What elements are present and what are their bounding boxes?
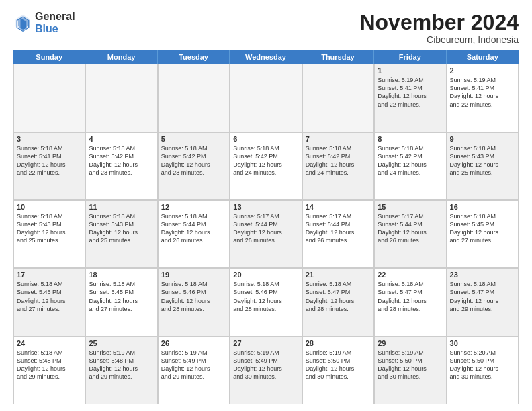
cell-info: Sunrise: 5:17 AM Sunset: 5:44 PM Dayligh…: [233, 212, 298, 245]
cal-cell: 21Sunrise: 5:18 AM Sunset: 5:47 PM Dayli…: [302, 268, 374, 336]
cell-info: Sunrise: 5:18 AM Sunset: 5:47 PM Dayligh…: [378, 280, 443, 313]
cell-info: Sunrise: 5:19 AM Sunset: 5:41 PM Dayligh…: [378, 76, 443, 109]
weekday-friday: Friday: [374, 50, 446, 64]
day-number: 27: [233, 339, 298, 347]
cal-cell: 10Sunrise: 5:18 AM Sunset: 5:43 PM Dayli…: [13, 200, 85, 268]
cal-cell: 12Sunrise: 5:18 AM Sunset: 5:44 PM Dayli…: [158, 200, 230, 268]
cal-cell: 30Sunrise: 5:20 AM Sunset: 5:50 PM Dayli…: [447, 336, 519, 404]
weekday-saturday: Saturday: [447, 50, 519, 64]
day-number: 29: [378, 339, 443, 347]
cell-info: Sunrise: 5:19 AM Sunset: 5:41 PM Dayligh…: [450, 76, 515, 109]
cal-cell: 24Sunrise: 5:18 AM Sunset: 5:48 PM Dayli…: [13, 336, 85, 404]
day-number: 24: [17, 339, 82, 347]
cal-cell: 19Sunrise: 5:18 AM Sunset: 5:46 PM Dayli…: [158, 268, 230, 336]
cal-cell: 11Sunrise: 5:18 AM Sunset: 5:43 PM Dayli…: [85, 200, 157, 268]
cal-cell: 15Sunrise: 5:17 AM Sunset: 5:44 PM Dayli…: [374, 200, 446, 268]
cal-cell: 25Sunrise: 5:19 AM Sunset: 5:48 PM Dayli…: [85, 336, 157, 404]
calendar-body: 1Sunrise: 5:19 AM Sunset: 5:41 PM Daylig…: [13, 64, 519, 404]
day-number: 12: [161, 203, 226, 211]
day-number: 10: [17, 203, 82, 211]
cal-cell: [13, 64, 85, 132]
page: General Blue November 2024 Cibeureum, In…: [0, 0, 532, 411]
cell-info: Sunrise: 5:18 AM Sunset: 5:45 PM Dayligh…: [89, 280, 154, 313]
weekday-thursday: Thursday: [302, 50, 374, 64]
title-block: November 2024 Cibeureum, Indonesia: [359, 11, 519, 45]
location: Cibeureum, Indonesia: [359, 34, 519, 45]
cal-cell: 14Sunrise: 5:17 AM Sunset: 5:44 PM Dayli…: [302, 200, 374, 268]
day-number: 25: [89, 339, 154, 347]
day-number: 28: [306, 339, 371, 347]
day-number: 16: [450, 203, 515, 211]
month-title: November 2024: [359, 11, 519, 34]
logo-blue-text: Blue: [35, 23, 75, 35]
day-number: 5: [161, 135, 226, 143]
cal-cell: [158, 64, 230, 132]
cell-info: Sunrise: 5:18 AM Sunset: 5:46 PM Dayligh…: [161, 280, 226, 313]
cal-cell: 4Sunrise: 5:18 AM Sunset: 5:42 PM Daylig…: [85, 132, 157, 200]
day-number: 11: [89, 203, 154, 211]
cal-cell: 17Sunrise: 5:18 AM Sunset: 5:45 PM Dayli…: [13, 268, 85, 336]
weekday-tuesday: Tuesday: [158, 50, 230, 64]
logo-general-text: General: [35, 11, 75, 23]
cal-cell: 5Sunrise: 5:18 AM Sunset: 5:42 PM Daylig…: [158, 132, 230, 200]
cell-info: Sunrise: 5:18 AM Sunset: 5:42 PM Dayligh…: [89, 144, 154, 177]
day-number: 17: [17, 271, 82, 279]
cal-cell: 18Sunrise: 5:18 AM Sunset: 5:45 PM Dayli…: [85, 268, 157, 336]
day-number: 8: [378, 135, 443, 143]
day-number: 2: [450, 66, 515, 75]
cal-cell: 7Sunrise: 5:18 AM Sunset: 5:42 PM Daylig…: [302, 132, 374, 200]
cell-info: Sunrise: 5:18 AM Sunset: 5:45 PM Dayligh…: [450, 212, 515, 245]
cal-cell: 26Sunrise: 5:19 AM Sunset: 5:49 PM Dayli…: [158, 336, 230, 404]
day-number: 26: [161, 339, 226, 347]
day-number: 9: [450, 135, 515, 143]
logo-text: General Blue: [35, 11, 75, 34]
weekday-wednesday: Wednesday: [230, 50, 302, 64]
cal-cell: 27Sunrise: 5:19 AM Sunset: 5:49 PM Dayli…: [230, 336, 302, 404]
cell-info: Sunrise: 5:18 AM Sunset: 5:43 PM Dayligh…: [17, 212, 82, 245]
cal-cell: 28Sunrise: 5:19 AM Sunset: 5:50 PM Dayli…: [302, 336, 374, 404]
day-number: 3: [17, 135, 82, 143]
cell-info: Sunrise: 5:18 AM Sunset: 5:43 PM Dayligh…: [89, 212, 154, 245]
day-number: 14: [306, 203, 371, 211]
cal-cell: 16Sunrise: 5:18 AM Sunset: 5:45 PM Dayli…: [447, 200, 519, 268]
cal-cell: [230, 64, 302, 132]
cell-info: Sunrise: 5:19 AM Sunset: 5:49 PM Dayligh…: [161, 349, 226, 381]
cell-info: Sunrise: 5:18 AM Sunset: 5:43 PM Dayligh…: [450, 144, 515, 177]
cal-cell: 8Sunrise: 5:18 AM Sunset: 5:42 PM Daylig…: [374, 132, 446, 200]
cell-info: Sunrise: 5:18 AM Sunset: 5:46 PM Dayligh…: [233, 280, 298, 313]
day-number: 13: [233, 203, 298, 211]
cell-info: Sunrise: 5:19 AM Sunset: 5:50 PM Dayligh…: [378, 349, 443, 381]
cell-info: Sunrise: 5:18 AM Sunset: 5:44 PM Dayligh…: [161, 212, 226, 245]
cell-info: Sunrise: 5:18 AM Sunset: 5:45 PM Dayligh…: [17, 280, 82, 313]
cell-info: Sunrise: 5:18 AM Sunset: 5:42 PM Dayligh…: [161, 144, 226, 177]
cal-cell: 13Sunrise: 5:17 AM Sunset: 5:44 PM Dayli…: [230, 200, 302, 268]
cal-cell: 20Sunrise: 5:18 AM Sunset: 5:46 PM Dayli…: [230, 268, 302, 336]
cell-info: Sunrise: 5:17 AM Sunset: 5:44 PM Dayligh…: [378, 212, 443, 245]
day-number: 20: [233, 271, 298, 279]
cell-info: Sunrise: 5:19 AM Sunset: 5:48 PM Dayligh…: [89, 349, 154, 381]
cal-cell: 22Sunrise: 5:18 AM Sunset: 5:47 PM Dayli…: [374, 268, 446, 336]
day-number: 23: [450, 271, 515, 279]
cell-info: Sunrise: 5:18 AM Sunset: 5:47 PM Dayligh…: [306, 280, 371, 313]
cal-cell: 23Sunrise: 5:18 AM Sunset: 5:47 PM Dayli…: [447, 268, 519, 336]
day-number: 15: [378, 203, 443, 211]
weekday-sunday: Sunday: [13, 50, 85, 64]
cal-cell: 2Sunrise: 5:19 AM Sunset: 5:41 PM Daylig…: [447, 64, 519, 132]
cell-info: Sunrise: 5:19 AM Sunset: 5:50 PM Dayligh…: [306, 349, 371, 381]
cal-cell: 29Sunrise: 5:19 AM Sunset: 5:50 PM Dayli…: [374, 336, 446, 404]
weekday-monday: Monday: [85, 50, 157, 64]
day-number: 18: [89, 271, 154, 279]
cal-cell: 3Sunrise: 5:18 AM Sunset: 5:41 PM Daylig…: [13, 132, 85, 200]
day-number: 19: [161, 271, 226, 279]
cell-info: Sunrise: 5:18 AM Sunset: 5:42 PM Dayligh…: [306, 144, 371, 177]
logo: General Blue: [13, 11, 75, 34]
cell-info: Sunrise: 5:18 AM Sunset: 5:41 PM Dayligh…: [17, 144, 82, 177]
calendar: Sunday Monday Tuesday Wednesday Thursday…: [13, 50, 519, 404]
header: General Blue November 2024 Cibeureum, In…: [13, 11, 519, 45]
day-number: 21: [306, 271, 371, 279]
day-number: 22: [378, 271, 443, 279]
cal-cell: 1Sunrise: 5:19 AM Sunset: 5:41 PM Daylig…: [374, 64, 446, 132]
day-number: 6: [233, 135, 298, 143]
calendar-header: Sunday Monday Tuesday Wednesday Thursday…: [13, 50, 519, 64]
cell-info: Sunrise: 5:18 AM Sunset: 5:42 PM Dayligh…: [378, 144, 443, 177]
